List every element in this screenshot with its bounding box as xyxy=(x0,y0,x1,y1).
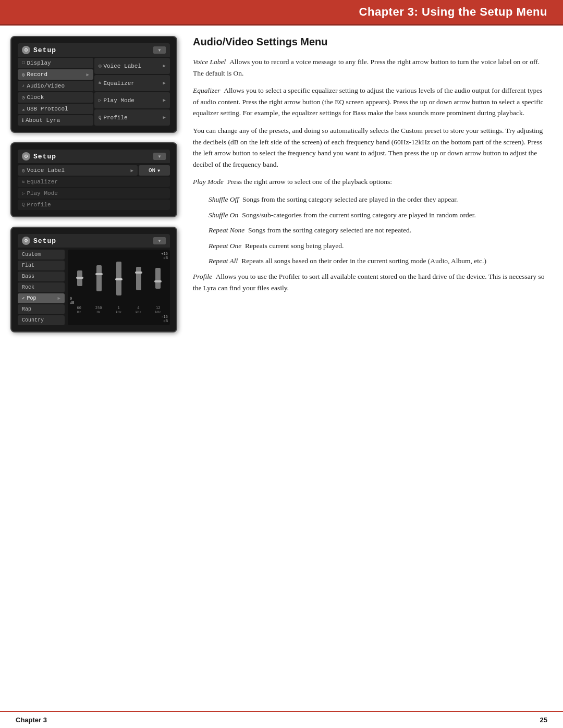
scroll-btn-1: ▼ xyxy=(153,46,166,54)
display-icon: □ xyxy=(22,60,25,66)
section-title: Audio/Video Settings Menu xyxy=(193,36,547,48)
screen2-content: ◎ Voice Label ▶ ON ▼ ≋ Equalizer xyxy=(18,165,170,210)
eq-bars-area: +15dB xyxy=(68,250,170,325)
voicelabel-icon: ◎ xyxy=(99,63,101,69)
eq-preset-bass[interactable]: Bass xyxy=(18,272,65,281)
shuffle-on-label: Shuffle On xyxy=(209,211,242,219)
left-column: ⚙ Setup ▼ □ Display ◎ xyxy=(10,36,177,332)
menu-columns: □ Display ◎ Record ▶ ♪ Audio/Video xyxy=(18,58,170,126)
setup-title-3: Setup xyxy=(33,237,56,245)
para-profile: Profile Allows you to use the Profiler t… xyxy=(193,271,547,293)
eq-preset-country[interactable]: Country xyxy=(18,315,65,325)
equalizer-icon: ≋ xyxy=(99,80,101,86)
eq-mid-db: 0dB xyxy=(70,297,168,305)
device-screen-3: ⚙ Setup ▼ Custom Flat xyxy=(10,227,177,332)
eq-preset-custom[interactable]: Custom xyxy=(18,250,65,260)
eq-preset-flat[interactable]: Flat xyxy=(18,261,65,270)
para-repeat-all: Repeat All Repeats all songs based on th… xyxy=(209,255,547,267)
on-value-box: ON ▼ xyxy=(139,165,170,176)
chapter-header: Chapter 3: Using the Setup Menu xyxy=(0,0,563,26)
para-repeat-none: Repeat None Songs from the sorting categ… xyxy=(209,225,547,236)
playmode-icon: ▷ xyxy=(99,97,101,103)
eq-bar-5 xyxy=(155,261,161,295)
eq-bottom-db: -15dB xyxy=(70,315,168,323)
menu-item-usb[interactable]: ☁ USB Protocol xyxy=(18,104,93,114)
setup-icon-3: ⚙ xyxy=(22,237,30,245)
right-column: Audio/Video Settings Menu Voice Label Al… xyxy=(188,36,547,332)
scroll-btn-3: ▼ xyxy=(153,237,166,244)
eq-preset-pop[interactable]: ✓ Pop ▶ xyxy=(18,293,65,303)
profile-label: Profile xyxy=(193,273,216,280)
menu-item-audiovideo[interactable]: ♪ Audio/Video xyxy=(18,81,93,91)
scroll-btn-2: ▼ xyxy=(153,153,166,160)
voicelabel-icon-2: ◎ xyxy=(22,168,25,174)
setup-title-1: Setup xyxy=(33,46,56,54)
eq-bar-1 xyxy=(77,261,82,295)
eq-preset-rap[interactable]: Rap xyxy=(18,304,65,314)
record-icon: ◎ xyxy=(22,72,25,78)
clock-icon: ◷ xyxy=(22,95,25,101)
eq-screen: Custom Flat Bass Rock ✓ Po xyxy=(18,250,170,325)
audiovideo-icon: ♪ xyxy=(22,83,25,89)
voice-label-row: ◎ Voice Label ▶ ON ▼ xyxy=(18,165,170,176)
sub-profile[interactable]: Q Profile xyxy=(18,200,170,210)
voicelabel-label: Voice Label xyxy=(193,58,229,66)
menu-item-profile[interactable]: Q Profile ▶ xyxy=(94,109,170,126)
sub-equalizer[interactable]: ≋ Equalizer xyxy=(18,177,170,187)
footer-page: 25 xyxy=(540,716,547,724)
eq-bar-2 xyxy=(96,261,102,295)
about-icon: ℹ xyxy=(22,118,23,124)
menu-item-record[interactable]: ◎ Record ▶ xyxy=(18,69,93,80)
shuffle-off-label: Shuffle Off xyxy=(209,195,242,203)
para-shuffle-on: Shuffle On Songs/sub-categories from the… xyxy=(209,209,547,221)
footer-chapter: Chapter 3 xyxy=(16,716,47,724)
repeat-none-label: Repeat None xyxy=(209,226,248,234)
chapter-title: Chapter 3: Using the Setup Menu xyxy=(359,5,547,18)
eq-freq-labels: 60 Hz 250 Hz 1 kHz xyxy=(70,306,168,314)
eq-top-db: +15dB xyxy=(70,252,168,260)
sub-playmode[interactable]: ▷ Play Mode xyxy=(18,188,170,199)
menu-item-voicelabel[interactable]: ◎ Voice Label ▶ xyxy=(94,58,170,74)
setup-title-2: Setup xyxy=(33,153,56,161)
device-screen-2: ⚙ Setup ▼ ◎ Voice Label ▶ ON xyxy=(10,142,177,217)
repeat-one-label: Repeat One xyxy=(209,242,245,250)
para-custom: You can change any of the presets, and d… xyxy=(193,125,547,170)
profile-icon-2: Q xyxy=(22,202,25,207)
para-shuffle-off: Shuffle Off Songs from the sorting categ… xyxy=(209,194,547,205)
voice-label-item[interactable]: ◎ Voice Label ▶ xyxy=(18,165,138,176)
device-screen-1: ⚙ Setup ▼ □ Display ◎ xyxy=(10,36,177,133)
menu-item-about[interactable]: ℹ About Lyra xyxy=(18,115,93,126)
check-icon: ✓ xyxy=(22,295,25,301)
setup-icon-1: ⚙ xyxy=(22,46,30,54)
para-playmode: Play Mode Press the right arrow to selec… xyxy=(193,176,547,188)
eq-icon-2: ≋ xyxy=(22,179,25,185)
eq-bar-3 xyxy=(116,261,121,295)
menu-item-clock[interactable]: ◷ Clock xyxy=(18,92,93,103)
menu-item-display[interactable]: □ Display xyxy=(18,58,93,68)
eq-preset-rock[interactable]: Rock xyxy=(18,282,65,292)
menu-item-playmode[interactable]: ▷ Play Mode ▶ xyxy=(94,92,170,108)
para-repeat-one: Repeat One Repeats current song being pl… xyxy=(209,240,547,252)
setup-icon-2: ⚙ xyxy=(22,152,30,161)
eq-bar-4 xyxy=(136,261,141,295)
para-voicelabel: Voice Label Allows you to record a voice… xyxy=(193,56,547,79)
eq-presets: Custom Flat Bass Rock ✓ Po xyxy=(18,250,65,325)
eq-bars xyxy=(70,260,168,297)
para-equalizer: Equalizer Allows you to select a specifi… xyxy=(193,85,547,119)
equalizer-label: Equalizer xyxy=(193,87,224,94)
playmode-label: Play Mode xyxy=(193,178,227,186)
page-footer: Chapter 3 25 xyxy=(0,711,563,728)
menu-item-equalizer[interactable]: ≋ Equalizer ▶ xyxy=(94,75,170,91)
profile-icon: Q xyxy=(99,115,101,120)
play-icon-2: ▷ xyxy=(22,191,25,196)
repeat-all-label: Repeat All xyxy=(209,257,241,265)
usb-icon: ☁ xyxy=(22,106,25,112)
